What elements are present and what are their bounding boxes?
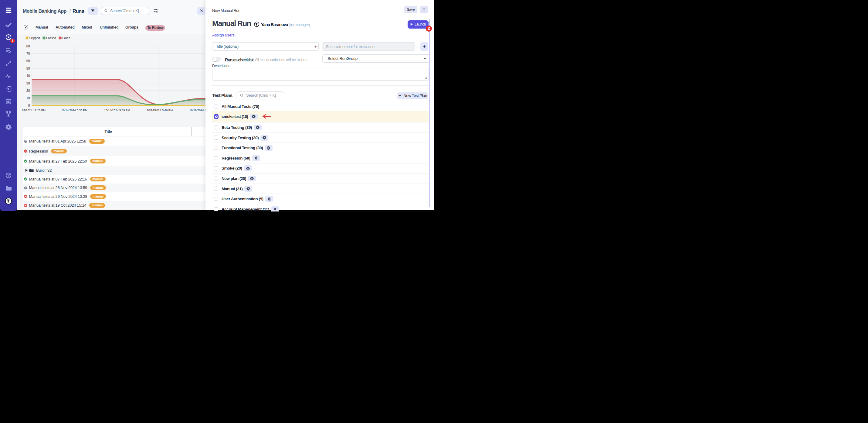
svg-text:0: 0 bbox=[28, 104, 30, 107]
svg-text:20: 20 bbox=[26, 89, 30, 92]
svg-text:10/14/2024 5:46 PM: 10/14/2024 5:46 PM bbox=[147, 109, 173, 112]
svg-text:10/14/2024 5:36 PM: 10/14/2024 5:36 PM bbox=[61, 109, 87, 112]
svg-text:70: 70 bbox=[26, 52, 30, 55]
svg-text:10/14/2024 5:39 PM: 10/14/2024 5:39 PM bbox=[104, 109, 130, 112]
svg-text:10: 10 bbox=[26, 96, 30, 100]
svg-text:50: 50 bbox=[26, 66, 30, 70]
svg-text:30: 30 bbox=[26, 81, 30, 85]
svg-text:40: 40 bbox=[26, 74, 30, 78]
svg-text:80: 80 bbox=[26, 45, 30, 48]
svg-text:10/07/2024 12:26 PM: 10/07/2024 12:26 PM bbox=[22, 109, 45, 112]
svg-text:60: 60 bbox=[26, 59, 30, 63]
